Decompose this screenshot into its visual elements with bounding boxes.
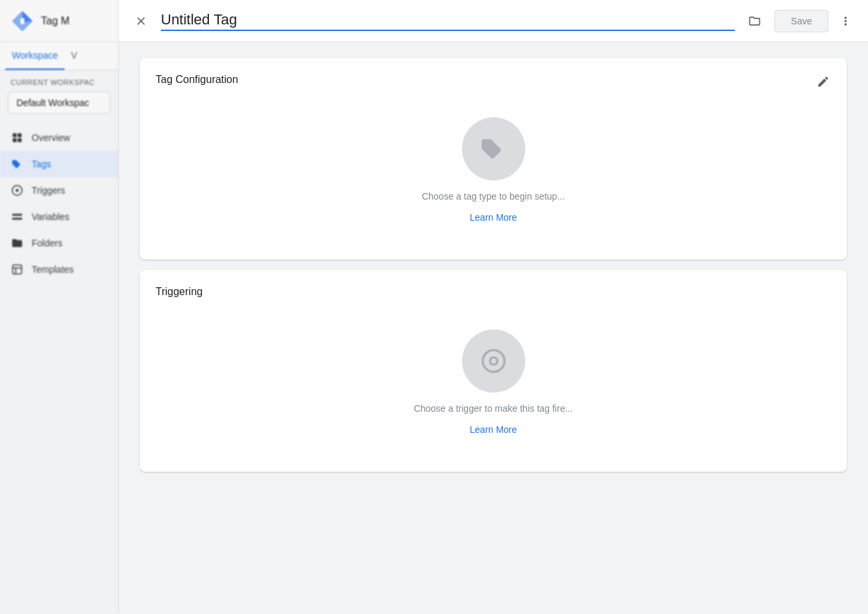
topbar: Untitled Tag Save [119,0,868,42]
sidebar-item-templates-label: Templates [32,264,74,275]
tab-workspace[interactable]: Workspace [5,42,65,70]
topbar-actions: Save [774,9,857,33]
variables-icon [11,210,24,223]
sidebar-item-tags-label: Tags [32,159,51,169]
folders-icon [11,237,24,250]
svg-rect-5 [13,138,16,142]
triggers-icon [11,184,24,197]
svg-rect-9 [13,214,22,216]
templates-icon [11,263,24,276]
sidebar-item-tags[interactable]: Tags [0,151,118,177]
tags-icon [11,157,24,171]
main-panel: Untitled Tag Save Tag Configuration [119,0,868,614]
sidebar-item-folders-label: Folders [32,238,63,248]
sidebar-item-triggers-label: Triggers [32,185,65,196]
tag-configuration-title: Tag Configuration [156,74,831,86]
tag-configuration-card: Tag Configuration Choose a tag type to b… [140,58,847,260]
triggering-hint: Choose a trigger to make this tag fire..… [414,403,573,414]
more-options-button[interactable] [834,9,857,33]
tag-configuration-learn-more[interactable]: Learn More [470,212,517,223]
sidebar-item-overview-label: Overview [32,132,70,143]
tag-configuration-placeholder[interactable]: Choose a tag type to begin setup... Lear… [156,96,831,244]
content-area: Tag Configuration Choose a tag type to b… [119,42,868,614]
sidebar: Tag M Workspace V CURRENT WORKSPAC Defau… [0,0,119,614]
sidebar-tabs: Workspace V [0,42,118,70]
trigger-placeholder-icon [462,329,525,393]
sidebar-item-variables-label: Variables [32,211,69,222]
svg-rect-3 [13,133,16,137]
folder-button[interactable] [743,9,767,33]
overview-icon [11,131,24,144]
gtm-logo-icon [11,9,34,33]
triggering-title: Triggering [156,286,831,298]
sidebar-nav: Overview Tags Triggers Variables Folders [0,125,118,614]
svg-rect-10 [13,218,22,220]
tag-configuration-edit-button[interactable] [813,71,834,92]
workspace-label: CURRENT WORKSPAC [0,70,118,89]
svg-point-14 [491,358,496,363]
svg-rect-11 [13,265,22,274]
svg-rect-6 [18,138,22,142]
triggering-card: Triggering Choose a trigger to make this… [140,270,847,472]
workspace-selector[interactable]: Default Workspac [8,92,110,114]
tab-versions[interactable]: V [65,42,84,70]
sidebar-header: Tag M [0,0,118,42]
sidebar-item-templates[interactable]: Templates [0,256,118,283]
svg-rect-2 [20,18,24,24]
save-button[interactable]: Save [774,10,828,32]
tag-configuration-hint: Choose a tag type to begin setup... [422,191,565,202]
sidebar-item-triggers[interactable]: Triggers [0,177,118,204]
sidebar-item-variables[interactable]: Variables [0,204,118,230]
sidebar-app-title: Tag M [41,15,70,27]
svg-point-8 [16,189,19,192]
triggering-placeholder[interactable]: Choose a trigger to make this tag fire..… [156,308,831,456]
sidebar-item-overview[interactable]: Overview [0,125,118,151]
tag-title[interactable]: Untitled Tag [161,11,735,31]
sidebar-item-folders[interactable]: Folders [0,230,118,256]
tag-placeholder-icon [462,117,525,181]
svg-rect-4 [18,133,22,137]
close-button[interactable] [129,9,153,33]
triggering-learn-more[interactable]: Learn More [470,424,517,435]
